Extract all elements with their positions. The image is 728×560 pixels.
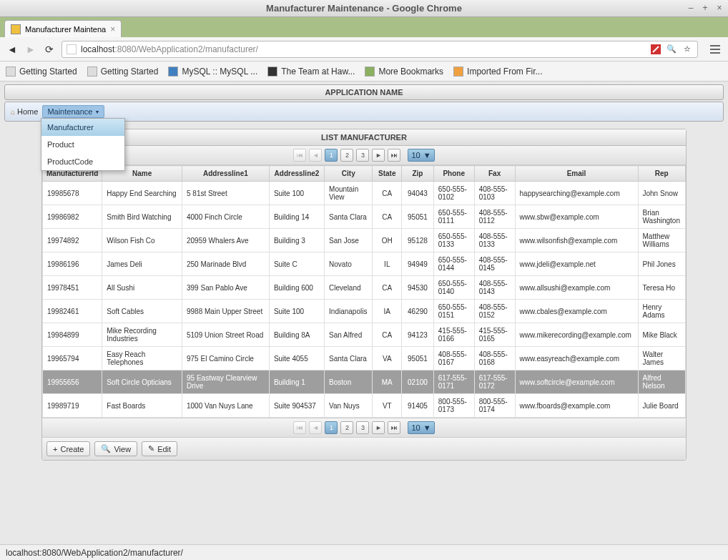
window-close-button[interactable]: × (714, 2, 725, 14)
zoom-icon[interactable]: 🔍 (666, 44, 677, 55)
table-cell: www.easyreach@example.com (515, 347, 638, 370)
dropdown-item-product[interactable]: Product (41, 136, 124, 153)
site-info-icon[interactable] (67, 44, 77, 54)
table-cell: IL (373, 252, 402, 276)
table-row[interactable]: 19989719Fast Boards1000 Van Nuys LaneSui… (43, 394, 686, 418)
col-header[interactable]: Addressline2 (269, 166, 324, 182)
table-cell: John Snow (638, 182, 686, 205)
page-number-button[interactable]: 3 (356, 149, 369, 162)
bookmark-item[interactable]: Getting Started (87, 67, 159, 77)
page-number-button[interactable]: 1 (325, 149, 338, 162)
bookmark-item[interactable]: The Team at Haw... (267, 67, 355, 77)
table-row[interactable]: 19984899Mike Recording Industries5109 Un… (43, 323, 686, 347)
page-number-button[interactable]: 1 (325, 421, 338, 434)
status-text: localhost:8080/WebApplication2/manufactu… (6, 548, 183, 558)
browser-tab[interactable]: Manufacturer Maintena × (4, 20, 122, 37)
home-icon: ⌂ (11, 108, 15, 116)
maintenance-menu[interactable]: Maintenance ▼ (42, 105, 104, 118)
page-prev-button[interactable]: ◄ (309, 149, 322, 162)
table-cell: 800-555-0174 (474, 394, 515, 418)
back-button[interactable]: ◄ (6, 43, 19, 56)
address-bar[interactable]: localhost:8080/WebApplication2/manufactu… (62, 41, 698, 58)
table-row[interactable]: 19982461Soft Cables9988 Main Upper Stree… (43, 300, 686, 323)
page-prev-button[interactable]: ◄ (309, 421, 322, 434)
create-button[interactable]: +Create (46, 441, 90, 456)
page-next-button[interactable]: ► (372, 149, 385, 162)
table-cell: 02100 (402, 370, 434, 394)
table-cell: www.wilsonfish@example.com (515, 229, 638, 252)
table-row[interactable]: 19978451All Sushi399 San Pablo AveBuildi… (43, 276, 686, 300)
page-next-button[interactable]: ► (372, 421, 385, 434)
bookmark-item[interactable]: Getting Started (6, 67, 77, 77)
col-header[interactable]: Fax (474, 166, 515, 182)
page-number-button[interactable]: 2 (340, 421, 353, 434)
table-row[interactable]: 19965794Easy Reach Telephones975 El Cami… (43, 347, 686, 370)
table-cell: IA (373, 300, 402, 323)
chevron-down-icon: ▼ (423, 151, 431, 159)
dropdown-item-productcode[interactable]: ProductCode (41, 153, 124, 170)
table-cell: 408-555-0143 (474, 276, 515, 300)
bookmark-item[interactable]: Imported From Fir... (453, 67, 542, 77)
browser-tab-strip: Manufacturer Maintena × (0, 17, 728, 37)
table-row[interactable]: 19986982Smith Bird Watching4000 Finch Ci… (43, 205, 686, 229)
forward-button[interactable]: ► (24, 43, 37, 56)
table-row[interactable]: 19974892Wilson Fish Co20959 Whalers AveB… (43, 229, 686, 252)
table-cell: Novato (325, 252, 373, 276)
extension-icon[interactable] (650, 44, 661, 55)
col-header[interactable]: State (373, 166, 402, 182)
page-number-button[interactable]: 3 (356, 421, 369, 434)
window-maximize-button[interactable]: + (699, 2, 711, 14)
page-size-select[interactable]: 10▼ (408, 421, 434, 434)
table-row[interactable]: 19986196James Deli250 Marinade BlvdSuite… (43, 252, 686, 276)
table-cell: Henry Adams (638, 300, 686, 323)
col-header[interactable]: Phone (433, 166, 474, 182)
table-cell: Building 14 (269, 205, 324, 229)
bookmark-item[interactable]: More Bookmarks (365, 67, 443, 77)
table-cell: www.jdeli@example.net (515, 252, 638, 276)
page-last-button[interactable]: ⏭ (388, 149, 400, 162)
table-cell: 408-555-0112 (474, 205, 515, 229)
table-cell: 5109 Union Street Road (182, 323, 270, 347)
table-cell: Van Nuys (325, 394, 373, 418)
table-cell: 408-555-0152 (474, 300, 515, 323)
view-button[interactable]: 🔍View (94, 441, 137, 456)
table-row[interactable]: 19985678Happy End Searching5 81st Street… (43, 182, 686, 205)
tab-close-icon[interactable]: × (110, 24, 115, 34)
table-cell: CA (373, 323, 402, 347)
col-header[interactable]: City (325, 166, 373, 182)
edit-button[interactable]: ✎Edit (142, 441, 177, 456)
window-minimize-button[interactable]: – (685, 2, 697, 14)
page-number-button[interactable]: 2 (340, 149, 353, 162)
chrome-menu-button[interactable] (708, 42, 722, 57)
status-bar: localhost:8080/WebApplication2/manufactu… (0, 544, 728, 560)
table-cell: 19986196 (43, 252, 102, 276)
plus-icon: + (53, 445, 57, 453)
page-size-select[interactable]: 10▼ (408, 149, 434, 162)
table-cell: 800-555-0173 (433, 394, 474, 418)
table-cell: 650-555-0111 (433, 205, 474, 229)
page-first-button[interactable]: ⏮ (293, 149, 306, 162)
table-cell: Soft Circle Opticians (102, 370, 182, 394)
table-cell: CA (373, 205, 402, 229)
bookmark-bar: Getting Started Getting Started MySQL ::… (0, 62, 728, 82)
table-cell: Easy Reach Telephones (102, 347, 182, 370)
col-header[interactable]: Addressline1 (182, 166, 270, 182)
page-last-button[interactable]: ⏭ (388, 421, 400, 434)
breadcrumb-home[interactable]: ⌂ Home (11, 107, 38, 116)
col-header[interactable]: Rep (638, 166, 686, 182)
col-header[interactable]: Email (515, 166, 638, 182)
dropdown-item-manufacturer[interactable]: Manufacturer (41, 119, 124, 136)
pencil-icon: ✎ (148, 444, 154, 453)
table-cell: 19982461 (43, 300, 102, 323)
reload-button[interactable]: ⟳ (43, 43, 56, 56)
table-cell: 1000 Van Nuys Lane (182, 394, 270, 418)
page-first-button[interactable]: ⏮ (293, 421, 306, 434)
table-cell: 975 El Camino Circle (182, 347, 270, 370)
url-text: localhost:8080/WebApplication2/manufactu… (81, 44, 258, 54)
table-row[interactable]: 19955656Soft Circle Opticians95 Eastway … (43, 370, 686, 394)
table-cell: 19986982 (43, 205, 102, 229)
bookmark-item[interactable]: MySQL :: MySQL ... (168, 67, 257, 77)
col-header[interactable]: Zip (402, 166, 434, 182)
table-cell: 19984899 (43, 323, 102, 347)
bookmark-star-icon[interactable]: ☆ (682, 44, 693, 55)
